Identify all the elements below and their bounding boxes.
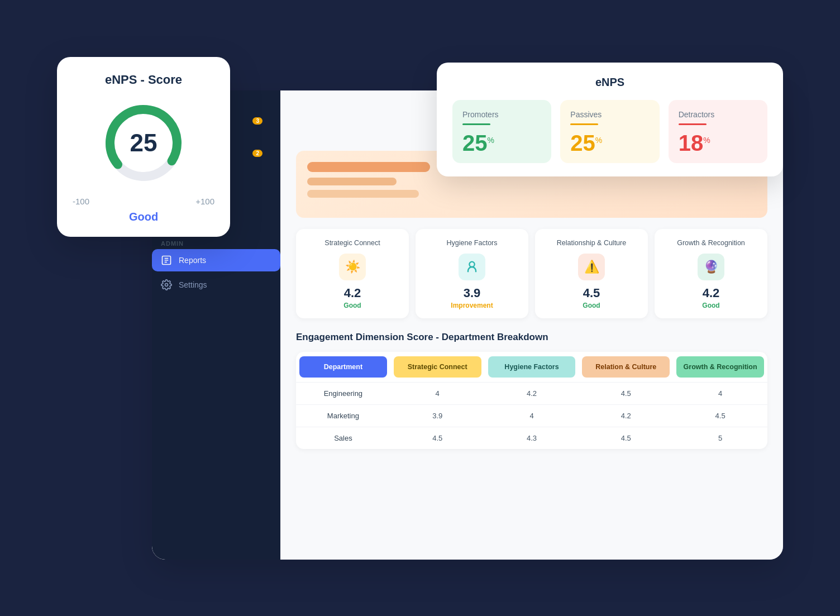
- sidebar-item-settings[interactable]: Settings: [152, 274, 280, 296]
- dept-marketing: Marketing: [296, 405, 390, 427]
- growth-status: Good: [662, 302, 760, 309]
- strategic-status: Good: [304, 302, 401, 309]
- admin-label: ADMIN: [152, 236, 280, 249]
- enps-metrics-row: Promoters 25% Passives 25% Detractors 18…: [452, 100, 767, 163]
- relation-score: 4.5: [543, 286, 640, 300]
- eng-strategic: 4: [390, 383, 485, 404]
- reports-label: Reports: [179, 256, 206, 265]
- detractors-value: 18%: [679, 132, 757, 154]
- passives-label: Passives: [570, 110, 649, 119]
- sales-growth: 5: [673, 427, 767, 449]
- table-row-marketing: Marketing 3.9 4 4.2 4.5: [296, 404, 767, 427]
- hygiene-score: 3.9: [423, 286, 521, 300]
- hygiene-status: Improvement: [423, 302, 521, 309]
- dept-engineering: Engineering: [296, 383, 390, 404]
- dimension-card-hygiene: Hygiene Factors 3.9 Improvement: [416, 229, 528, 318]
- donut-chart: 25: [99, 98, 188, 188]
- svg-point-7: [165, 283, 168, 286]
- header-strategic: Strategic Connect: [394, 356, 481, 378]
- mkt-relation: 4.2: [579, 405, 673, 427]
- enps-score-card: eNPS - Score 25 -100 +100 Good: [57, 57, 230, 237]
- dimension-card-strategic: Strategic Connect ☀️ 4.2 Good: [296, 229, 409, 318]
- passives-line: [570, 123, 598, 125]
- header-hygiene: Hygiene Factors: [488, 356, 576, 378]
- passives-value: 25%: [570, 132, 649, 154]
- engagement-section-title: Engagement Dimension Score - Department …: [296, 332, 767, 343]
- promoters-line: [462, 123, 490, 125]
- eng-hygiene: 4.2: [485, 383, 579, 404]
- header-relation: Relation & Culture: [582, 356, 670, 378]
- dimension-title-strategic: Strategic Connect: [304, 239, 401, 247]
- eng-growth: 4: [673, 383, 767, 404]
- strategic-icon: ☀️: [339, 254, 366, 280]
- dimension-title-hygiene: Hygiene Factors: [423, 239, 521, 247]
- mkt-strategic: 3.9: [390, 405, 485, 427]
- dimension-card-growth: Growth & Recognition 🔮 4.2 Good: [655, 229, 767, 318]
- hygiene-icon: [459, 254, 485, 280]
- dimension-card-relation: Relationship & Culture ⚠️ 4.5 Good: [535, 229, 648, 318]
- relation-icon: ⚠️: [578, 254, 605, 280]
- dimension-title-growth: Growth & Recognition: [662, 239, 760, 247]
- score-min: -100: [73, 197, 89, 206]
- relation-status: Good: [543, 302, 640, 309]
- dept-sales: Sales: [296, 427, 390, 449]
- header-growth: Growth & Recognition: [676, 356, 764, 378]
- settings-label: Settings: [179, 280, 207, 289]
- dimension-title-relation: Relationship & Culture: [543, 239, 640, 247]
- sales-hygiene: 4.3: [485, 427, 579, 449]
- reports-icon: [161, 255, 172, 266]
- svg-point-8: [469, 261, 474, 266]
- score-max: +100: [195, 197, 214, 206]
- banner-bar3: [307, 190, 419, 198]
- promoters-label: Promoters: [462, 110, 541, 119]
- detractors-line: [679, 123, 707, 125]
- growth-score: 4.2: [662, 286, 760, 300]
- table-row-engineering: Engineering 4 4.2 4.5 4: [296, 382, 767, 404]
- promoters-value: 25%: [462, 132, 541, 154]
- table-row-sales: Sales 4.5 4.3 4.5 5: [296, 427, 767, 449]
- table-header-row: Department Strategic Connect Hygiene Fac…: [296, 352, 767, 382]
- engagement-table: Department Strategic Connect Hygiene Fac…: [296, 352, 767, 449]
- eng-relation: 4.5: [579, 383, 673, 404]
- mkt-hygiene: 4: [485, 405, 579, 427]
- enps-float-card: eNPS Promoters 25% Passives 25% Detracto…: [437, 63, 783, 176]
- score-label: Good: [73, 211, 214, 223]
- detractors-label: Detractors: [679, 110, 757, 119]
- banner-bar2: [307, 178, 397, 185]
- dimension-cards-row: Strategic Connect ☀️ 4.2 Good Hygiene Fa…: [296, 229, 767, 318]
- sidebar-item-reports[interactable]: Reports: [152, 249, 280, 271]
- banner-bar1: [307, 162, 430, 172]
- enps-float-title: eNPS: [452, 76, 767, 89]
- header-dept: Department: [299, 356, 387, 378]
- passives-card: Passives 25%: [560, 100, 659, 163]
- sales-relation: 4.5: [579, 427, 673, 449]
- mkt-growth: 4.5: [673, 405, 767, 427]
- promoters-card: Promoters 25%: [452, 100, 551, 163]
- sales-strategic: 4.5: [390, 427, 485, 449]
- settings-icon: [161, 279, 172, 290]
- detractors-card: Detractors 18%: [669, 100, 767, 163]
- growth-icon: 🔮: [698, 254, 724, 280]
- strategic-score: 4.2: [304, 286, 401, 300]
- score-number: 25: [130, 131, 157, 155]
